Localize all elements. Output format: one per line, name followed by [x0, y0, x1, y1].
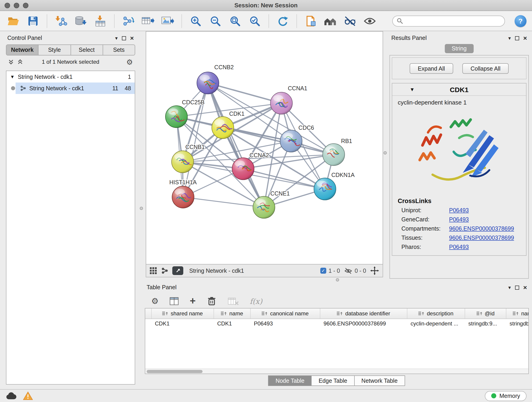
network-node-RB1[interactable]: RB1 [323, 138, 352, 166]
panel-menu-icon[interactable]: ▾ [508, 285, 511, 290]
close-window-button[interactable] [5, 3, 10, 8]
save-session-button[interactable] [25, 13, 41, 28]
open-session-button[interactable] [6, 13, 21, 28]
left-splitter-handle[interactable] [140, 207, 143, 210]
table-cell[interactable]: 9606.ENSP00000378699 [320, 319, 407, 329]
network-edge[interactable] [208, 83, 264, 207]
table-cell[interactable]: cyclin-dependent ... [407, 319, 465, 329]
gene-section-header[interactable]: ▼ CDK1 [392, 83, 526, 96]
column-header-name[interactable]: name [214, 308, 251, 319]
tab-select[interactable]: Select [71, 45, 103, 55]
tab-network[interactable]: Network [6, 45, 39, 55]
import-table-button[interactable] [93, 13, 108, 28]
warning-icon[interactable] [23, 391, 33, 400]
network-view-icon[interactable] [161, 267, 168, 274]
table-cell[interactable]: CDK1 [152, 319, 214, 329]
bottom-splitter-handle[interactable] [336, 278, 339, 281]
network-edge[interactable] [183, 197, 264, 207]
collapse-all-button[interactable]: Collapse All [462, 63, 509, 74]
search-input[interactable] [405, 18, 500, 24]
sort-column-icon [337, 311, 343, 316]
collapse-triangle-icon[interactable]: ▼ [10, 74, 15, 79]
network-canvas[interactable]: CCNB2CCNA1CDC25BCDK1CDC6RB1CCNB1CCNA2CDK… [146, 31, 383, 264]
horizontal-scrollbar[interactable] [145, 369, 528, 374]
zoom-in-button[interactable] [188, 13, 203, 28]
table-cell[interactable]: stringdb:9... [465, 319, 506, 329]
grid-view-icon[interactable] [150, 267, 157, 274]
column-header-description[interactable]: description [407, 308, 465, 319]
network-edge[interactable] [208, 83, 281, 103]
panel-float-icon[interactable] [515, 285, 519, 289]
scrollbar-thumb[interactable] [147, 370, 203, 373]
export-table-button[interactable] [140, 13, 156, 28]
birds-eye-view-button[interactable] [172, 266, 183, 275]
table-cell[interactable]: CDK1 [214, 319, 251, 329]
help-button[interactable]: ? [515, 15, 526, 27]
show-columns-icon[interactable] [170, 297, 179, 306]
export-image-button[interactable] [160, 13, 176, 28]
network-collection-row[interactable]: ▼ String Network - cdk1 1 [6, 71, 135, 83]
tab-style[interactable]: Style [39, 45, 71, 55]
table-cell[interactable]: P06493 [251, 319, 320, 329]
expand-all-networks-icon[interactable] [8, 59, 14, 65]
add-column-icon[interactable]: + [190, 296, 196, 306]
network-row[interactable]: String Network - cdk1 11 48 [6, 83, 135, 94]
report-button[interactable] [303, 13, 318, 28]
table-cell[interactable]: stringdb [506, 319, 529, 329]
column-header--id[interactable]: @id [465, 308, 506, 319]
network-node-CCNB2[interactable]: CCNB2 [197, 64, 234, 94]
import-network-database-button[interactable] [73, 13, 89, 28]
panel-close-icon[interactable]: × [523, 35, 527, 41]
right-splitter-handle[interactable] [384, 151, 387, 154]
zoom-window-button[interactable] [23, 3, 28, 8]
zoom-selected-button[interactable] [247, 13, 263, 28]
table-row[interactable]: CDK1CDK1P064939606.ENSP00000378699cyclin… [145, 319, 528, 329]
crosslink-link[interactable]: 9606.ENSP00000378699 [449, 235, 514, 241]
hide-details-button[interactable] [342, 13, 358, 28]
string-tab-badge[interactable]: String [445, 44, 473, 53]
column-header-namespace[interactable]: namespace [506, 308, 529, 319]
delete-column-trash-icon[interactable] [207, 296, 217, 306]
crosslink-link[interactable]: P06493 [449, 244, 469, 250]
import-network-file-button[interactable] [53, 13, 69, 28]
column-header-canonical-name[interactable]: canonical name [251, 308, 320, 319]
tab-network-table[interactable]: Network Table [354, 375, 405, 386]
network-node-CDKN1A[interactable]: CDKN1A [314, 172, 355, 200]
panel-close-icon[interactable]: × [130, 35, 134, 41]
pan-crosshair-icon[interactable] [370, 266, 379, 275]
collapse-all-networks-icon[interactable] [17, 59, 23, 65]
network-options-gear-icon[interactable]: ⚙ [126, 57, 133, 66]
selected-checkbox-icon[interactable]: ✓ [320, 268, 326, 274]
panel-float-icon[interactable] [122, 36, 126, 40]
network-node-HIST1H1A[interactable]: HIST1H1A [169, 179, 197, 208]
column-header-database-identifier[interactable]: database identifier [320, 308, 407, 319]
zoom-out-button[interactable] [208, 13, 223, 28]
column-header-shared-name[interactable]: shared name [152, 308, 214, 319]
home-button[interactable] [323, 13, 338, 28]
tab-node-table[interactable]: Node Table [268, 375, 312, 386]
crosslink-link[interactable]: P06493 [449, 216, 469, 223]
panel-menu-icon[interactable]: ▾ [508, 36, 511, 41]
collapse-triangle-icon[interactable]: ▼ [410, 87, 415, 92]
panel-menu-icon[interactable]: ▾ [115, 36, 118, 41]
cloud-status-icon[interactable] [6, 392, 17, 400]
minimize-window-button[interactable] [14, 3, 19, 8]
crosslink-link[interactable]: 9606.ENSP00000378699 [449, 225, 514, 232]
panel-float-icon[interactable] [515, 36, 519, 40]
show-graphics-details-button[interactable] [362, 13, 378, 28]
crosslink-link[interactable]: P06493 [449, 207, 469, 214]
network-node-CCNA1[interactable]: CCNA1 [270, 85, 307, 114]
panel-close-icon[interactable]: × [523, 284, 527, 291]
network-graph[interactable]: CCNB2CCNA1CDC25BCDK1CDC6RB1CCNB1CCNA2CDK… [146, 32, 383, 264]
tab-sets[interactable]: Sets [103, 45, 135, 55]
tab-edge-table[interactable]: Edge Table [311, 375, 355, 386]
eye-slash-icon[interactable] [344, 268, 352, 274]
refresh-button[interactable] [275, 13, 291, 28]
network-node-CDK1[interactable]: CDK1 [212, 110, 244, 139]
expand-all-button[interactable]: Expand All [410, 63, 453, 74]
memory-button[interactable]: Memory [485, 391, 526, 401]
function-builder-icon[interactable]: f(x) [250, 297, 262, 306]
table-settings-gear-icon[interactable]: ⚙ [151, 296, 158, 306]
new-network-from-selection-button[interactable] [120, 13, 136, 28]
zoom-fit-button[interactable] [227, 13, 243, 28]
